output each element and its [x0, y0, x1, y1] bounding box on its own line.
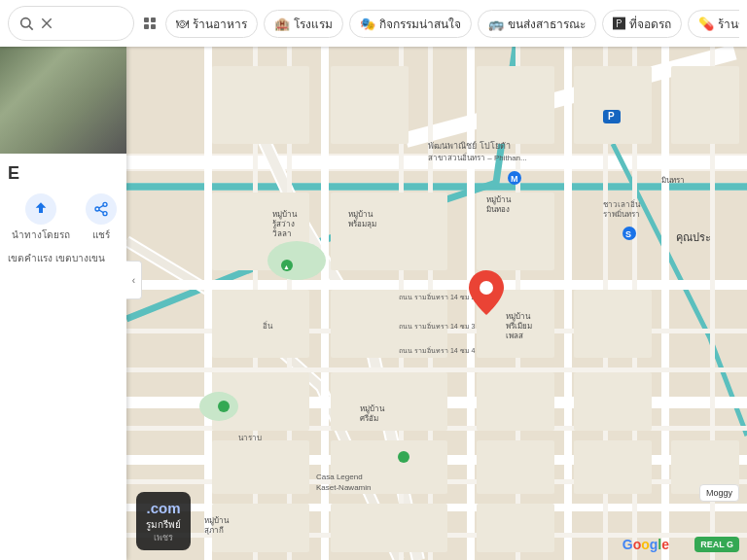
svg-text:พร้อมลุม: พร้อมลุม — [348, 220, 376, 228]
photo-placeholder — [0, 47, 126, 154]
svg-rect-38 — [331, 192, 447, 270]
svg-rect-55 — [477, 504, 554, 552]
map-svg: M S P พัฒนพาณิชย์ โปโยตัา สาขาสวนอิ่นทรา… — [126, 47, 747, 560]
directions-button[interactable]: นำทางโดยรถ — [12, 193, 70, 242]
svg-point-99 — [398, 451, 409, 463]
svg-text:ศรีอัม: ศรีอัม — [360, 414, 378, 423]
svg-text:หมู่บ้าน: หมู่บ้าน — [272, 210, 298, 220]
svg-text:พรีเมียม: พรีเมียม — [506, 322, 532, 331]
svg-text:สาขาสวนอิ่นทรา – Phithan...: สาขาสวนอิ่นทรา – Phithan... — [428, 152, 527, 162]
top-bar: 🍽 ร้านอาหาร 🏨 โรงแรม 🎭 กิจกรรมน่าสนใจ 🚌 … — [0, 0, 747, 47]
svg-rect-25 — [126, 368, 747, 372]
svg-text:เพลส: เพลส — [506, 332, 523, 340]
svg-text:อิ่น: อิ่น — [263, 320, 273, 331]
directions-icon — [25, 193, 56, 225]
svg-rect-51 — [574, 440, 652, 494]
svg-text:หมู่บ้าน: หมู่บ้าน — [360, 404, 385, 414]
collapse-button[interactable]: ‹ — [126, 261, 142, 299]
svg-point-6 — [103, 212, 107, 216]
svg-text:หมู่บ้าน: หมู่บ้าน — [486, 195, 512, 205]
place-name: E — [8, 163, 119, 184]
place-address: เขตคำแรง เขตบางเขน — [8, 252, 119, 265]
restaurant-icon: 🍽 — [176, 17, 189, 31]
svg-rect-57 — [331, 66, 409, 144]
map-area[interactable]: M S P พัฒนพาณิชย์ โปโยตัา สาขาสวนอิ่นทรา… — [126, 47, 747, 560]
svg-text:นาราบ: นาราบ — [238, 434, 262, 442]
svg-text:ถนน รามอิ่นทรา 14 ซม 3: ถนน รามอิ่นทรา 14 ซม 3 — [399, 322, 476, 330]
logo-sub2: เพชร — [146, 532, 181, 544]
svg-text:มินทอง: มินทอง — [486, 205, 510, 214]
hotel-icon: 🏨 — [274, 17, 290, 31]
close-icon[interactable] — [40, 17, 53, 30]
svg-text:มินทรา: มินทรา — [661, 176, 685, 185]
google-logo: Google — [622, 537, 669, 552]
svg-point-98 — [218, 401, 230, 412]
pharmacy-icon: 💊 — [698, 17, 714, 31]
svg-text:รู้สว่าง: รู้สว่าง — [272, 220, 295, 229]
svg-line-1 — [29, 26, 33, 30]
svg-text:▲: ▲ — [283, 263, 290, 270]
place-photo — [0, 47, 126, 154]
svg-rect-15 — [126, 280, 747, 290]
svg-rect-48 — [212, 440, 309, 494]
category-attraction[interactable]: 🎭 กิจกรรมน่าสนใจ — [349, 10, 472, 38]
svg-rect-39 — [477, 192, 554, 270]
category-pills: 🍽 ร้านอาหาร 🏨 โรงแรม 🎭 กิจกรรมน่าสนใจ 🚌 … — [165, 10, 739, 38]
category-transit[interactable]: 🚌 ขนส่งสาธารณะ — [478, 10, 596, 38]
svg-rect-56 — [212, 66, 309, 144]
share-icon — [86, 193, 117, 225]
svg-line-7 — [99, 210, 104, 213]
svg-text:ถนน รามอิ่นทรา 14 ซม 4: ถนน รามอิ่นทรา 14 ซม 4 — [399, 346, 476, 354]
svg-text:สุภากี: สุภากี — [204, 526, 224, 535]
svg-rect-54 — [331, 504, 447, 552]
svg-text:ราพมิ่นทรา: ราพมิ่นทรา — [603, 208, 640, 219]
svg-rect-60 — [671, 66, 739, 144]
logo-subtitle: รูมกรีพย์ — [146, 518, 181, 532]
svg-point-61 — [267, 241, 326, 280]
svg-text:Kaset-Nawamin: Kaset-Nawamin — [316, 483, 371, 492]
category-parking[interactable]: 🅿 ที่จอดรถ — [602, 10, 682, 38]
left-panel: E นำทางโดยรถ — [0, 47, 126, 560]
share-button[interactable]: แชร์ — [86, 193, 117, 242]
svg-point-0 — [21, 18, 30, 27]
svg-point-5 — [95, 207, 99, 211]
svg-text:พัฒนพาณิชย์ โปโยตัา: พัฒนพาณิชย์ โปโยตัา — [428, 140, 511, 151]
svg-rect-53 — [212, 504, 309, 552]
parking-icon: 🅿 — [613, 17, 625, 31]
svg-text:M: M — [511, 174, 518, 184]
svg-line-8 — [99, 205, 104, 208]
svg-text:P: P — [608, 111, 615, 122]
attraction-icon: 🎭 — [360, 17, 375, 31]
svg-text:หมู่บ้าน: หมู่บ้าน — [348, 210, 374, 220]
svg-rect-43 — [574, 290, 652, 358]
svg-rect-47 — [574, 372, 652, 431]
search-box[interactable] — [8, 6, 134, 41]
category-hotel[interactable]: 🏨 โรงแรม — [264, 10, 343, 38]
transit-icon: 🚌 — [488, 17, 504, 31]
svg-text:ชาวเลาอิ่น: ชาวเลาอิ่น — [603, 198, 641, 209]
moggy-badge: Moggy — [699, 484, 739, 502]
dot-com-text: .com — [146, 498, 181, 518]
svg-rect-58 — [477, 66, 554, 144]
svg-text:คุณประ: คุณประ — [676, 231, 711, 244]
svg-rect-46 — [477, 372, 554, 431]
svg-point-100 — [480, 281, 493, 295]
search-icon — [18, 16, 34, 31]
svg-rect-40 — [212, 290, 309, 358]
category-pharmacy[interactable]: 💊 ร้านขายยา — [688, 10, 739, 38]
svg-text:S: S — [625, 229, 631, 239]
grid-icon[interactable] — [140, 18, 160, 29]
place-info: E นำทางโดยรถ — [0, 154, 126, 560]
svg-text:หมู่บ้าน: หมู่บ้าน — [204, 516, 230, 526]
real-g-badge: REAL G — [694, 537, 739, 552]
svg-rect-45 — [331, 372, 447, 431]
bottom-logo: .com รูมกรีพย์ เพชร — [136, 492, 191, 550]
svg-point-4 — [103, 202, 107, 206]
svg-text:Casa Legend: Casa Legend — [316, 472, 363, 481]
svg-text:วิลลา: วิลลา — [272, 229, 292, 238]
svg-rect-50 — [477, 440, 554, 494]
svg-rect-14 — [126, 184, 747, 190]
category-restaurant[interactable]: 🍽 ร้านอาหาร — [165, 10, 258, 38]
svg-text:ถนน รามอิ่นทรา 14 ซม 2: ถนน รามอิ่นทรา 14 ซม 2 — [399, 293, 476, 300]
place-actions: นำทางโดยรถ แชร์ — [8, 193, 119, 242]
